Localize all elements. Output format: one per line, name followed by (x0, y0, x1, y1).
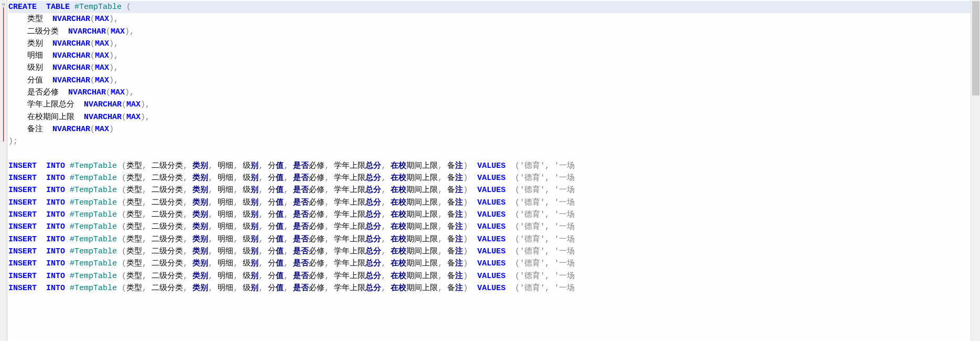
code-line[interactable]: 类别 NVARCHAR(MAX), (8, 38, 980, 50)
code-line[interactable]: 二级分类 NVARCHAR(MAX), (8, 26, 980, 38)
code-line[interactable]: 学年上限总分 NVARCHAR(MAX), (8, 99, 980, 111)
code-line[interactable]: 明细 NVARCHAR(MAX), (8, 50, 980, 62)
code-line[interactable]: 在校期间上限 NVARCHAR(MAX), (8, 111, 980, 123)
code-line[interactable]: ); (8, 135, 980, 147)
code-line[interactable]: INSERT INTO #TempTable (类型, 二级分类, 类别, 明细… (8, 184, 980, 196)
code-line[interactable] (8, 148, 980, 160)
code-fold-gutter[interactable]: ⊟ (0, 0, 7, 341)
code-editor[interactable]: CREATE TABLE #TempTable ( 类型 NVARCHAR(MA… (7, 0, 980, 341)
code-line[interactable]: INSERT INTO #TempTable (类型, 二级分类, 类别, 明细… (8, 258, 980, 270)
code-line[interactable]: 类型 NVARCHAR(MAX), (8, 13, 980, 25)
code-line[interactable]: 级别 NVARCHAR(MAX), (8, 62, 980, 74)
code-line[interactable]: INSERT INTO #TempTable (类型, 二级分类, 类别, 明细… (8, 172, 980, 184)
code-line[interactable]: INSERT INTO #TempTable (类型, 二级分类, 类别, 明细… (8, 246, 980, 258)
code-line[interactable]: INSERT INTO #TempTable (类型, 二级分类, 类别, 明细… (8, 270, 980, 282)
code-line[interactable]: CREATE TABLE #TempTable ( (8, 1, 980, 13)
code-line[interactable]: INSERT INTO #TempTable (类型, 二级分类, 类别, 明细… (8, 160, 980, 172)
code-line[interactable]: INSERT INTO #TempTable (类型, 二级分类, 类别, 明细… (8, 233, 980, 246)
code-line[interactable]: INSERT INTO #TempTable (类型, 二级分类, 类别, 明细… (8, 209, 980, 221)
code-line[interactable]: INSERT INTO #TempTable (类型, 二级分类, 类别, 明细… (8, 221, 980, 233)
editor-wrapper: ⊟ CREATE TABLE #TempTable ( 类型 NVARCHAR(… (0, 0, 980, 341)
code-line[interactable]: 分值 NVARCHAR(MAX), (8, 74, 980, 87)
fold-toggle-icon[interactable]: ⊟ (1, 2, 6, 7)
vertical-scrollbar[interactable] (971, 0, 980, 341)
code-line[interactable]: INSERT INTO #TempTable (类型, 二级分类, 类别, 明细… (8, 197, 980, 209)
code-line[interactable]: INSERT INTO #TempTable (类型, 二级分类, 类别, 明细… (8, 282, 980, 294)
fold-guide-line (3, 7, 4, 142)
vertical-scrollbar-thumb[interactable] (972, 1, 979, 95)
code-line[interactable]: 是否必修 NVARCHAR(MAX), (8, 87, 980, 99)
code-line[interactable]: 备注 NVARCHAR(MAX) (8, 123, 980, 135)
